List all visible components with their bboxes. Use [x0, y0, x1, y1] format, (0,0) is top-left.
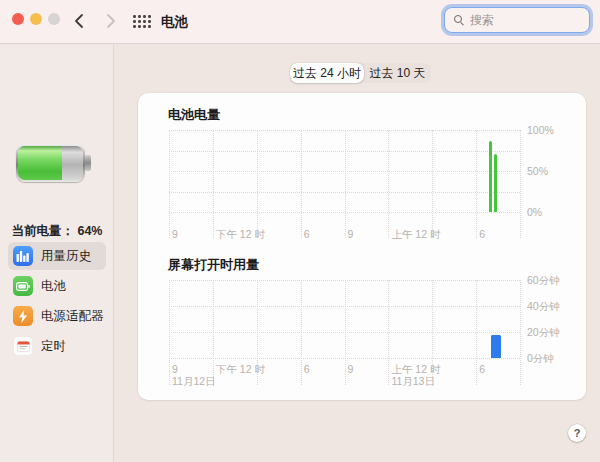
v-gridline [345, 130, 346, 238]
y-tick-label: 0% [527, 206, 542, 218]
battery-icon [13, 276, 33, 296]
v-gridline [301, 130, 302, 238]
y-tick-label: 50% [527, 165, 548, 177]
v-gridline [476, 280, 477, 385]
x-tick-label: 9 [348, 363, 354, 375]
y-tick-label: 40分钟 [527, 300, 560, 314]
show-all-preferences-button[interactable] [133, 13, 153, 29]
minimize-button[interactable] [30, 13, 42, 25]
v-gridline [213, 280, 214, 385]
zoom-button [48, 13, 60, 25]
current-charge-value: 64% [77, 224, 102, 238]
chevron-left-icon [70, 11, 90, 31]
sidebar-item-label: 电池 [41, 278, 66, 295]
screen-usage-bar [491, 335, 501, 358]
screen-usage-chart-title: 屏幕打开时用量 [168, 256, 259, 274]
date-label: 11月13日 [391, 375, 435, 389]
v-gridline [345, 280, 346, 385]
content-area: 过去 24 小时 过去 10 天 电池电量 屏幕打开时用量 100%50%0%9… [115, 45, 600, 462]
help-button[interactable]: ? [568, 424, 586, 442]
current-charge-text: 当前电量： 64% [0, 223, 114, 240]
calendar-icon [13, 336, 33, 356]
chevron-right-icon [100, 11, 120, 31]
usage-charts-card: 电池电量 屏幕打开时用量 100%50%0%9下午 12 时69上午 12 时6… [138, 93, 586, 400]
x-tick-label: 6 [479, 363, 485, 375]
sidebar-item-schedule[interactable]: 定时 [8, 332, 106, 360]
battery-level-chart-title: 电池电量 [168, 106, 220, 124]
search-icon [454, 15, 464, 25]
title-bar: 电池 [0, 0, 600, 44]
x-tick-label: 6 [479, 228, 485, 240]
y-tick-label: 60分钟 [527, 274, 560, 288]
bar-chart-icon [13, 246, 33, 266]
x-tick-label: 下午 12 时 [216, 363, 265, 377]
search-input[interactable] [470, 13, 580, 27]
battery-level-bar [489, 141, 492, 212]
x-tick-label: 上午 12 时 [391, 228, 440, 242]
battery-preferences-window: 电池 当前电量： 64% 上次充电至 99% 昨天 下午 11:57 [0, 0, 600, 462]
sidebar-item-battery[interactable]: 电池 [8, 272, 106, 300]
v-gridline [388, 280, 389, 385]
x-tick-label: 9 [172, 228, 178, 240]
v-gridline [213, 130, 214, 238]
x-tick-label: 9 [348, 228, 354, 240]
close-button[interactable] [12, 13, 24, 25]
v-gridline [520, 130, 521, 238]
sidebar: 当前电量： 64% 上次充电至 99% 昨天 下午 11:57 用量历史 [0, 45, 114, 462]
date-label: 11月12日 [172, 375, 216, 389]
battery-nub [85, 155, 91, 171]
tab-past-24-hours[interactable]: 过去 24 小时 [290, 63, 364, 83]
v-gridline [301, 280, 302, 385]
sidebar-item-label: 定时 [41, 338, 66, 355]
battery-illustration [16, 144, 85, 182]
x-tick-label: 9 [172, 363, 178, 375]
y-tick-label: 0分钟 [527, 352, 554, 366]
tab-past-10-days[interactable]: 过去 10 天 [364, 63, 431, 83]
grid-icon [133, 13, 153, 28]
x-tick-label: 下午 12 时 [216, 228, 265, 242]
v-gridline [169, 280, 170, 385]
y-tick-label: 20分钟 [527, 326, 560, 340]
v-gridline [388, 130, 389, 238]
sidebar-item-label: 用量历史 [41, 248, 91, 265]
battery-fill-level [18, 146, 62, 180]
back-button[interactable] [70, 11, 90, 31]
current-charge-label: 当前电量： [11, 224, 74, 238]
sidebar-item-power-adapter[interactable]: 电源适配器 [8, 302, 106, 330]
time-range-segmented-control: 过去 24 小时 过去 10 天 [290, 63, 431, 83]
v-gridline [520, 280, 521, 385]
v-gridline [257, 130, 258, 238]
x-tick-label: 6 [304, 228, 310, 240]
question-mark-icon: ? [574, 427, 581, 439]
v-gridline [169, 130, 170, 238]
sidebar-item-label: 电源适配器 [41, 308, 104, 325]
lightning-bolt-icon [13, 306, 33, 326]
window-title: 电池 [161, 13, 188, 31]
y-tick-label: 100% [527, 124, 554, 136]
sidebar-item-usage-history[interactable]: 用量历史 [8, 242, 106, 270]
x-tick-label: 6 [304, 363, 310, 375]
battery-level-bar [494, 154, 497, 212]
v-gridline [476, 130, 477, 238]
search-field[interactable] [444, 7, 590, 33]
forward-button[interactable] [100, 11, 120, 31]
v-gridline [432, 130, 433, 238]
